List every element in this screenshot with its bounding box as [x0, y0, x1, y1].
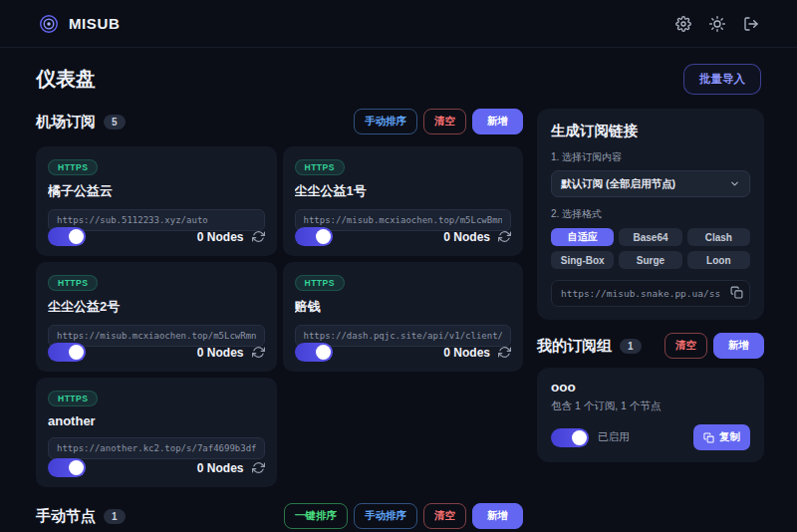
format-button-group: 自适应 Base64 Clash Sing-Box Surge Loon — [551, 228, 750, 269]
subscription-card: HTTPS 赔钱 0 Nodes — [283, 262, 524, 372]
add-group-button[interactable]: 新增 — [713, 333, 764, 359]
add-node-button[interactable]: 新增 — [472, 503, 523, 529]
refresh-icon[interactable] — [252, 461, 265, 474]
manual-nodes-section: 手动节点 1 一键排序 手动排序 清空 新增 — [36, 503, 523, 529]
page-title: 仪表盘 — [36, 66, 96, 93]
manual-sort-button[interactable]: 手动排序 — [354, 109, 417, 134]
subscription-content-select[interactable]: 默认订阅 (全部启用节点) — [551, 170, 750, 197]
auto-sort-button[interactable]: 一键排序 — [284, 503, 348, 529]
node-count: 0 Nodes — [443, 230, 490, 244]
subscription-url-input[interactable] — [48, 437, 265, 459]
subscription-name: 橘子公益云 — [48, 182, 265, 200]
refresh-icon[interactable] — [498, 346, 511, 359]
copy-label: 复制 — [719, 430, 740, 444]
group-name: ooo — [551, 380, 750, 395]
format-button-singbox[interactable]: Sing-Box — [551, 251, 614, 269]
subscription-name: 尘尘公益2号 — [48, 298, 265, 316]
brand-name: MISUB — [69, 15, 120, 32]
subscription-cards-grid: HTTPS 橘子公益云 0 Nodes HTTPS 尘尘公益1号 — [36, 146, 523, 487]
group-enable-toggle[interactable] — [551, 428, 589, 447]
add-subscription-button[interactable]: 新增 — [472, 109, 523, 134]
node-count: 0 Nodes — [443, 346, 490, 360]
protocol-badge: HTTPS — [295, 275, 345, 291]
enable-toggle[interactable] — [295, 343, 333, 362]
copy-link-icon[interactable] — [730, 286, 743, 299]
groups-count-badge: 1 — [620, 339, 642, 354]
protocol-badge: HTTPS — [48, 391, 98, 406]
node-count: 0 Nodes — [197, 461, 244, 475]
link-generator-panel: 生成订阅链接 1. 选择订阅内容 默认订阅 (全部启用节点) 2. 选择格式 自… — [537, 109, 764, 320]
right-sidebar: 生成订阅链接 1. 选择订阅内容 默认订阅 (全部启用节点) 2. 选择格式 自… — [537, 109, 764, 462]
clear-nodes-button[interactable]: 清空 — [423, 503, 466, 529]
group-enabled-label: 已启用 — [598, 430, 630, 444]
logout-icon — [743, 16, 759, 32]
groups-section: 我的订阅组 1 清空 新增 — [537, 333, 764, 359]
generated-link-input[interactable] — [551, 280, 750, 307]
copy-icon — [703, 432, 714, 443]
node-count: 0 Nodes — [197, 346, 244, 360]
format-button-surge[interactable]: Surge — [619, 251, 681, 269]
protocol-badge: HTTPS — [295, 159, 345, 175]
refresh-icon[interactable] — [498, 230, 511, 243]
main-content: 仪表盘 批量导入 机场订阅 5 手动排序 清空 新增 HTTPS 橘子公益云 — [0, 64, 797, 529]
settings-button[interactable] — [675, 16, 691, 32]
enable-toggle[interactable] — [48, 227, 86, 246]
copy-group-link-button[interactable]: 复制 — [693, 424, 750, 450]
format-button-base64[interactable]: Base64 — [619, 228, 681, 246]
subscription-card: HTTPS 尘尘公益1号 0 Nodes — [283, 146, 524, 256]
enable-toggle[interactable] — [295, 227, 333, 246]
manual-nodes-count-badge: 1 — [104, 509, 126, 524]
misub-logo-icon — [38, 13, 60, 35]
protocol-badge: HTTPS — [48, 275, 98, 291]
gear-icon — [675, 16, 691, 32]
format-button-clash[interactable]: Clash — [687, 228, 750, 246]
sun-icon — [709, 16, 725, 32]
group-card: ooo 包含 1 个订阅, 1 个节点 已启用 复制 — [537, 368, 764, 462]
subscriptions-title: 机场订阅 — [36, 113, 96, 132]
select-value: 默认订阅 (全部启用节点) — [561, 177, 675, 191]
format-button-loon[interactable]: Loon — [687, 251, 750, 269]
node-count: 0 Nodes — [197, 230, 244, 244]
manual-sort-nodes-button[interactable]: 手动排序 — [354, 503, 417, 529]
format-button-adaptive[interactable]: 自适应 — [551, 228, 614, 246]
subscriptions-section: 机场订阅 5 手动排序 清空 新增 HTTPS 橘子公益云 0 Nodes — [36, 109, 523, 529]
theme-toggle-button[interactable] — [709, 16, 725, 32]
subscription-card: HTTPS another 0 Nodes — [36, 378, 277, 487]
manual-nodes-title: 手动节点 — [36, 507, 96, 526]
bulk-import-button[interactable]: 批量导入 — [683, 64, 761, 95]
enable-toggle[interactable] — [48, 458, 86, 477]
chevron-down-icon — [729, 178, 740, 189]
subscriptions-count-badge: 5 — [104, 115, 126, 130]
subscription-name: 赔钱 — [295, 298, 512, 316]
enable-toggle[interactable] — [48, 343, 86, 362]
generator-title: 生成订阅链接 — [551, 122, 750, 140]
subscription-name: 尘尘公益1号 — [295, 182, 512, 200]
protocol-badge: HTTPS — [48, 159, 98, 175]
subscription-card: HTTPS 橘子公益云 0 Nodes — [36, 146, 277, 256]
generator-step1-label: 1. 选择订阅内容 — [551, 150, 750, 164]
clear-subscriptions-button[interactable]: 清空 — [423, 109, 466, 134]
brand-home-link[interactable]: MISUB — [38, 13, 120, 35]
logout-button[interactable] — [743, 16, 759, 32]
refresh-icon[interactable] — [252, 346, 265, 359]
subscription-card: HTTPS 尘尘公益2号 0 Nodes — [36, 262, 277, 372]
top-actions — [675, 16, 759, 32]
top-bar: MISUB — [0, 0, 797, 48]
group-summary: 包含 1 个订阅, 1 个节点 — [551, 399, 750, 413]
generator-step2-label: 2. 选择格式 — [551, 207, 750, 221]
subscription-name: another — [48, 413, 265, 428]
refresh-icon[interactable] — [252, 230, 265, 243]
groups-title: 我的订阅组 — [537, 337, 612, 356]
clear-groups-button[interactable]: 清空 — [664, 333, 707, 359]
